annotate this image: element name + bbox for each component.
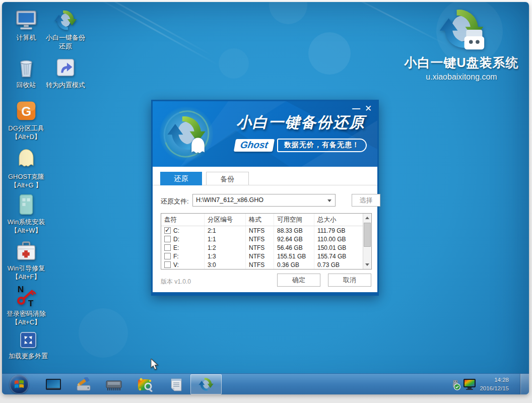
cell-drive: D: — [173, 236, 179, 243]
cell-total: 150.01 GB — [314, 243, 363, 252]
taskbar: 14:28 2016/12/15 — [2, 373, 529, 394]
taskbar-item-backup-restore-active[interactable] — [190, 374, 222, 394]
table-header-row: 盘符 分区编号 格式 可用空间 总大小 — [161, 214, 371, 226]
desktop-icon-label: DG分区工具 【Alt+D】 — [2, 124, 50, 142]
bokeh-circle — [269, 2, 307, 24]
first-aid-icon — [14, 239, 38, 263]
table-row[interactable]: V: 3:0 NTFS 0.36 GB 0.73 GB — [161, 260, 371, 269]
partition-table: 盘符 分区编号 格式 可用空间 总大小 C: 2:1 NTFS 88.33 GB… — [161, 213, 372, 270]
table-row[interactable]: F: 1:3 NTFS 155.51 GB 155.74 GB — [161, 252, 371, 260]
desktop-icon-win-install[interactable]: Win系统安装 【Alt+W】 — [2, 192, 50, 235]
cell-free: 56.46 GB — [274, 243, 314, 252]
cell-partition: 1:1 — [205, 235, 246, 243]
cell-partition: 3:0 — [205, 260, 246, 269]
show-desktop-button[interactable] — [520, 374, 529, 394]
tab-backup[interactable]: 备份 — [206, 172, 249, 185]
restore-file-value: H:\WIN7_612_x86.GHO — [196, 196, 263, 204]
brand-title: 小白一键U盘装系统 — [394, 54, 529, 71]
taskbar-item-display[interactable] — [42, 377, 64, 393]
cell-format: NTFS — [246, 235, 274, 243]
windows-flag-icon — [13, 378, 25, 391]
desktop: 计算机 小白一键备份 还原 回收站 转为内置模式 G DG分区工具 【Alt+D… — [2, 2, 529, 394]
desktop-icon-builtin-mode[interactable]: 转为内置模式 — [41, 55, 90, 90]
col-header-total[interactable]: 总大小 — [314, 214, 363, 226]
cell-free: 0.36 GB — [274, 260, 314, 269]
scroll-down-icon[interactable] — [365, 263, 369, 266]
cell-format: NTFS — [246, 260, 274, 269]
cell-partition: 2:1 — [205, 226, 246, 235]
select-button[interactable]: 选择 — [352, 194, 380, 207]
desktop-icon-dg-partition[interactable]: G DG分区工具 【Alt+D】 — [2, 99, 50, 142]
nt-key-icon: N T — [14, 284, 38, 308]
cell-total: 110.00 GB — [314, 235, 363, 243]
restore-file-combobox[interactable]: H:\WIN7_612_x86.GHO — [192, 194, 336, 207]
desktop-icon-label: 小白一键备份 还原 — [41, 34, 90, 51]
minimize-button[interactable]: — — [351, 104, 361, 114]
cell-drive: F: — [173, 253, 179, 260]
ok-button[interactable]: 确定 — [277, 274, 320, 287]
desktop-icon-label: Win系统安装 【Alt+W】 — [2, 218, 50, 235]
row-checkbox[interactable] — [164, 261, 171, 268]
desktop-icon-label: 转为内置模式 — [41, 81, 90, 90]
svg-text:G: G — [21, 104, 31, 118]
tray-clock[interactable]: 14:28 2016/12/15 — [475, 376, 509, 392]
close-button[interactable]: ✕ — [363, 104, 373, 114]
dropdown-arrow-icon[interactable] — [327, 199, 331, 202]
cell-partition: 1:2 — [205, 243, 246, 252]
desktop-icon-load-more[interactable]: 加载更多外置 — [4, 329, 52, 361]
backup-restore-window: 小白一键备份还原 Ghost 数据无价，有备无患！ — ✕ 还原 备份 还原文件… — [151, 100, 379, 296]
diskgenius-icon: G — [14, 99, 38, 123]
expand-arrows-icon — [18, 329, 39, 351]
col-header-drive[interactable]: 盘符 — [161, 214, 205, 226]
col-header-partition[interactable]: 分区编号 — [205, 214, 246, 226]
tab-restore[interactable]: 还原 — [160, 172, 202, 185]
row-checkbox[interactable] — [164, 236, 171, 242]
desktop-icon-boot-repair[interactable]: Win引导修复 【Alt+F】 — [2, 239, 50, 282]
cell-free: 155.51 GB — [274, 252, 314, 260]
capture-tool-icon — [137, 377, 153, 392]
taskbar-item-disk-cleanup[interactable] — [73, 377, 95, 393]
desktop-icon-label: 登录密码清除 【Alt+C】 — [2, 310, 50, 327]
cell-drive: E: — [173, 244, 179, 251]
tray-usb-icon[interactable] — [450, 379, 461, 392]
usb-drive — [464, 30, 484, 49]
computer-icon — [14, 8, 38, 32]
start-button[interactable] — [10, 375, 29, 394]
cell-format: NTFS — [246, 226, 274, 235]
scroll-up-icon[interactable] — [365, 217, 369, 219]
col-header-free[interactable]: 可用空间 — [274, 214, 314, 226]
taskbar-item-notepad[interactable] — [165, 377, 187, 393]
row-checkbox[interactable] — [164, 227, 171, 234]
restore-file-label: 还原文件: — [161, 197, 189, 206]
light-streak — [87, 2, 220, 66]
taskbar-item-capture[interactable] — [134, 377, 156, 393]
window-title: 小白一键备份还原 — [227, 112, 374, 133]
table-row[interactable]: D: 1:1 NTFS 92.64 GB 110.00 GB — [161, 235, 371, 243]
desktop-icon-backup-restore[interactable]: 小白一键备份 还原 — [41, 8, 90, 51]
cell-free: 88.33 GB — [274, 226, 314, 235]
cancel-button[interactable]: 取消 — [328, 274, 371, 287]
scroll-thumb[interactable] — [364, 223, 371, 247]
ghost-icon — [14, 147, 38, 171]
disk-cleanup-icon — [75, 377, 92, 392]
table-scrollbar[interactable] — [363, 214, 371, 269]
tray-time: 14:28 — [475, 376, 509, 384]
notepad-icon — [169, 377, 183, 392]
tray-date: 2016/12/15 — [475, 384, 509, 393]
desktop-icon-ghost-clone[interactable]: GHOST克隆 【Alt+G 】 — [2, 147, 50, 190]
row-checkbox[interactable] — [164, 244, 171, 251]
desktop-icon-password-clear[interactable]: N T 登录密码清除 【Alt+C】 — [2, 284, 50, 327]
table-row[interactable]: E: 1:2 NTFS 56.46 GB 150.01 GB — [161, 243, 371, 252]
ghost-icon — [187, 136, 209, 158]
window-logo — [159, 105, 214, 163]
desktop-icon-label: Win引导修复 【Alt+F】 — [2, 264, 50, 282]
taskbar-item-memory[interactable] — [103, 377, 125, 393]
desktop-icon-label: 加载更多外置 — [4, 352, 52, 361]
recycle-bin-icon — [14, 55, 38, 80]
cell-format: NTFS — [246, 252, 274, 260]
sync-arrows-icon — [53, 8, 78, 32]
backup-restore-active-icon — [198, 376, 214, 392]
col-header-format[interactable]: 格式 — [246, 214, 274, 226]
row-checkbox[interactable] — [164, 253, 171, 259]
table-row[interactable]: C: 2:1 NTFS 88.33 GB 111.79 GB — [161, 226, 371, 235]
